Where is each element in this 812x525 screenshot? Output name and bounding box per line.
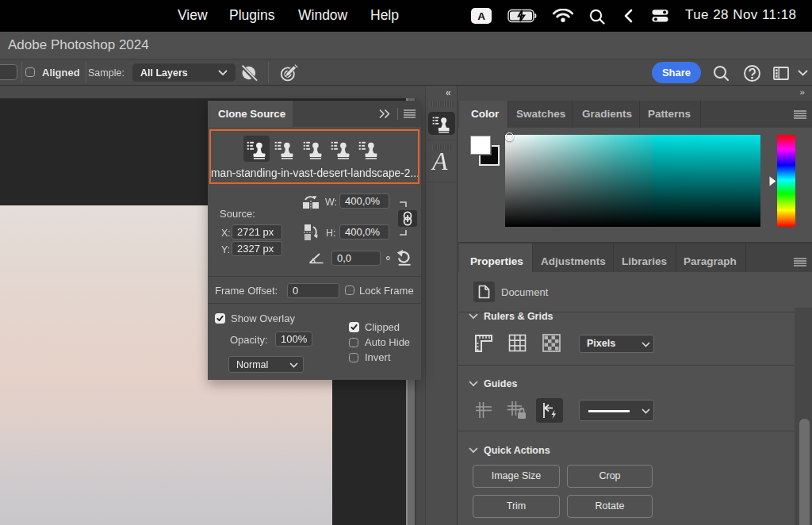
svg-text:A: A (477, 10, 485, 22)
